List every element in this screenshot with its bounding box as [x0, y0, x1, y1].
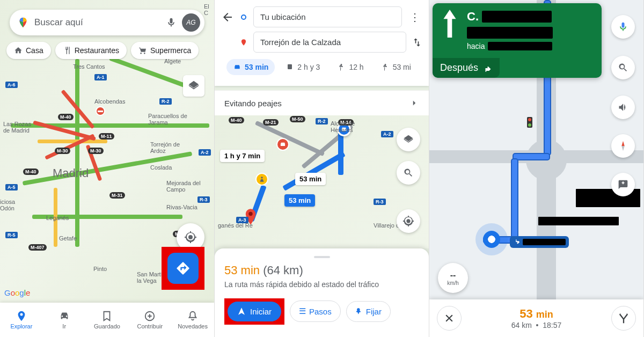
mode-walk[interactable]: 12 h	[331, 59, 370, 75]
origin-input[interactable]: Tu ubicación	[253, 6, 402, 27]
city-label-madrid: Madrid	[53, 166, 89, 180]
layers-button[interactable]	[397, 128, 420, 151]
mode-label: 2 h y 3	[297, 63, 320, 71]
city-label: El C	[204, 3, 214, 16]
crosshair-icon	[184, 231, 197, 244]
speed-indicator: -- km/h	[438, 263, 468, 293]
start-navigation-button[interactable]: Iniciar	[228, 302, 281, 321]
next-instruction: Después	[433, 58, 500, 78]
steps-button[interactable]: ☰Pasos	[290, 301, 341, 322]
search-fab[interactable]	[611, 56, 635, 79]
chat-plus-icon	[618, 179, 628, 190]
navigation-instruction-card[interactable]: C. hacia Después	[433, 3, 602, 78]
layers-button[interactable]	[183, 75, 204, 97]
city-label: Las Rozas de Madrid	[3, 121, 35, 134]
more-menu-icon[interactable]: ⋮	[407, 11, 422, 24]
swap-icon[interactable]	[412, 37, 422, 48]
account-avatar[interactable]: AG	[182, 13, 200, 32]
directions-header: Tu ubicación ⋮ Torrejón de la Calzada 53…	[215, 0, 429, 86]
route-alt-label[interactable]: 53 min	[295, 173, 326, 185]
pin-button[interactable]: Fijar	[346, 301, 391, 322]
route-primary-label[interactable]: 53 min	[284, 194, 315, 207]
nav-saved[interactable]: Guardado	[86, 303, 129, 337]
speed-unit: km/h	[447, 280, 459, 286]
map-canvas-directions[interactable]: 1 h y 7 min 53 min 53 min M-40 M-21 M-50…	[215, 115, 429, 248]
close-navigation-button[interactable]	[437, 306, 462, 331]
search-placeholder: Buscar aquí	[34, 17, 160, 28]
hw-badge: M-407	[28, 244, 47, 251]
hw-badge: M-40	[58, 114, 74, 120]
button-label: Fijar	[366, 307, 382, 316]
city-label: Rivas-Vacia	[166, 204, 197, 210]
eta-time: 53 min	[224, 263, 260, 277]
city-label: ganés del Re	[218, 222, 253, 229]
highlight-directions-fab	[162, 247, 204, 290]
mode-other[interactable]: 53 mi	[375, 59, 418, 75]
city-label: Getafe	[59, 235, 77, 241]
search-icon	[403, 167, 414, 178]
home-icon	[14, 46, 23, 55]
close-icon	[444, 313, 455, 324]
category-chips: Casa Restaurantes Supermerca	[6, 42, 199, 59]
navigation-footer: 53 min 64 km • 18:57	[429, 299, 643, 337]
drag-handle[interactable]	[314, 256, 330, 258]
restaurant-icon	[63, 46, 71, 55]
walk-icon	[337, 63, 346, 71]
compass-fab[interactable]	[611, 134, 635, 158]
nav-updates[interactable]: Novedades	[171, 303, 214, 337]
gmaps-logo-icon	[17, 17, 29, 28]
crosshair-icon	[402, 215, 414, 227]
chip-supermarkets[interactable]: Supermerca	[131, 42, 199, 59]
sound-fab[interactable]	[611, 96, 635, 119]
hw-badge: A-6	[5, 82, 18, 88]
nav-label: Contribuir	[137, 323, 163, 329]
hw-badge: A-2	[199, 149, 211, 156]
chip-home[interactable]: Casa	[6, 42, 51, 59]
hw-badge: A-1	[94, 74, 107, 80]
back-arrow-icon[interactable]	[221, 11, 234, 24]
eta-unit: min	[536, 309, 553, 320]
navigation-eta[interactable]: 53 min 64 km • 18:57	[462, 307, 611, 329]
my-location-button[interactable]	[397, 209, 420, 233]
roadwork-icon	[255, 173, 268, 186]
report-fab[interactable]	[611, 173, 635, 196]
next-label: Después	[440, 62, 478, 74]
transit-icon	[286, 63, 294, 71]
layers-icon	[403, 134, 414, 145]
svg-point-2	[248, 212, 252, 216]
search-fab[interactable]	[397, 161, 420, 185]
hw-badge: M-30	[88, 148, 104, 154]
mode-car[interactable]: 53 min	[226, 59, 275, 75]
hw-badge: R-3	[197, 196, 210, 203]
nav-explore[interactable]: Explorar	[0, 303, 43, 337]
alternate-routes-button[interactable]	[611, 306, 636, 331]
chevron-right-icon	[409, 98, 419, 108]
microphone-icon[interactable]	[166, 17, 177, 28]
hw-badge: M-50	[290, 116, 305, 122]
hw-badge: R-2	[159, 98, 172, 105]
chip-restaurants[interactable]: Restaurantes	[55, 42, 127, 59]
city-label: Coslada	[150, 164, 172, 171]
pin-icon	[240, 39, 247, 46]
destination-input[interactable]: Torrejón de la Calzada	[253, 32, 406, 53]
route-summary-sheet[interactable]: 53 min (64 km) La ruta más rápida debido…	[215, 248, 429, 337]
nav-label: Novedades	[178, 323, 208, 329]
search-bar[interactable]: Buscar aquí AG	[10, 10, 204, 35]
nav-contribute[interactable]: Contribuir	[128, 303, 171, 337]
turn-right-icon	[481, 63, 492, 74]
directions-fab[interactable]	[167, 253, 199, 284]
nav-go[interactable]: Ir	[43, 303, 86, 337]
hw-badge: R-5	[5, 232, 18, 238]
voice-search-fab[interactable]	[611, 15, 635, 39]
city-label: Tres Cantos	[73, 63, 105, 70]
city-label: Alcalá de Henares	[331, 120, 363, 133]
hw-badge: R-3	[374, 199, 386, 205]
route-options-row[interactable]: Evitando peajes	[215, 90, 429, 115]
hw-badge: A-2	[381, 131, 393, 137]
city-label: Torrejón de Ardoz	[150, 141, 182, 154]
layers-icon	[188, 80, 200, 92]
incident-icon	[276, 138, 289, 151]
mode-transit[interactable]: 2 h y 3	[279, 59, 326, 75]
route-alt-label[interactable]: 1 h y 7 min	[220, 150, 265, 162]
mode-label: 53 min	[245, 63, 268, 71]
